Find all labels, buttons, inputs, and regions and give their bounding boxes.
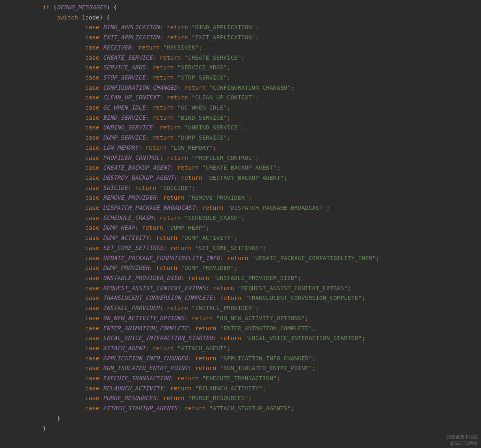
code-block: if (DEBUG_MESSAGES) { switch (code) { ca… xyxy=(0,2,481,433)
code-editor[interactable]: if (DEBUG_MESSAGES) { switch (code) { ca… xyxy=(0,0,481,433)
